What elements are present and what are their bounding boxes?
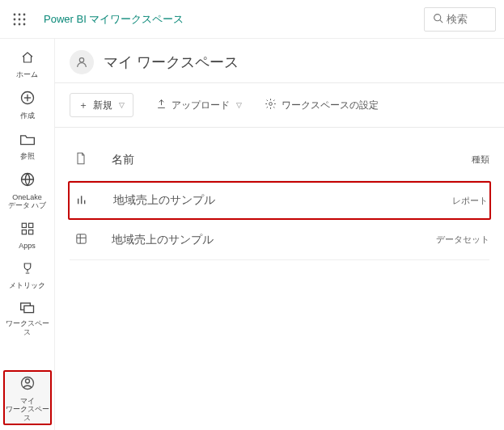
trophy-icon: [20, 261, 35, 280]
workspaces-icon: [19, 301, 36, 318]
svg-point-4: [19, 18, 21, 20]
svg-rect-15: [22, 223, 26, 227]
gear-icon: [265, 98, 277, 112]
chevron-down-icon: ▽: [119, 101, 125, 109]
onelake-icon: [19, 171, 36, 192]
svg-point-0: [14, 13, 16, 15]
rail-metric-label: メトリック: [9, 281, 45, 289]
rail-create-label: 作成: [20, 112, 35, 120]
search-input[interactable]: [447, 13, 487, 25]
dataset-icon: [70, 233, 92, 247]
svg-point-6: [14, 23, 16, 25]
svg-point-7: [19, 23, 21, 25]
chevron-down-icon: ▽: [236, 101, 242, 109]
rail-workspaces[interactable]: ワークスペース: [3, 294, 52, 341]
settings-label: ワークスペースの設定: [282, 99, 379, 112]
svg-rect-20: [23, 306, 33, 313]
list-item-dataset[interactable]: 地域売上のサンプル データセット: [70, 220, 489, 260]
upload-icon: [156, 99, 167, 112]
svg-point-2: [23, 13, 26, 15]
apps-icon: [20, 221, 35, 240]
rail-onelake-label: OneLakeデータ ハブ: [8, 193, 47, 210]
rail-home-label: ホーム: [16, 70, 38, 78]
brand-link[interactable]: Power BI マイワークスペース: [44, 12, 184, 27]
rail-metric[interactable]: メトリック: [3, 255, 52, 294]
rail-onelake[interactable]: OneLakeデータ ハブ: [3, 165, 52, 215]
svg-rect-16: [28, 223, 32, 227]
workspace-header: マイ ワークスペース: [55, 39, 504, 83]
plus-icon: ＋: [78, 99, 88, 112]
folder-icon: [19, 132, 36, 150]
svg-point-24: [269, 103, 273, 106]
rail-create[interactable]: 作成: [3, 83, 52, 124]
svg-point-9: [434, 14, 441, 20]
svg-point-3: [14, 18, 16, 20]
svg-rect-28: [76, 234, 85, 242]
new-button[interactable]: ＋ 新規 ▽: [70, 93, 133, 117]
home-icon: [20, 50, 35, 69]
rail-browse[interactable]: 参照: [3, 125, 52, 165]
search-icon: [433, 13, 443, 26]
svg-rect-18: [28, 230, 32, 234]
svg-point-5: [23, 18, 26, 20]
list-item-report[interactable]: 地域売上のサンプル レポート: [68, 181, 491, 220]
svg-point-8: [23, 23, 26, 25]
item-name: 地域売上のサンプル: [94, 193, 431, 208]
rail-apps[interactable]: Apps: [3, 215, 52, 255]
upload-button[interactable]: アップロード ▽: [156, 99, 242, 112]
item-type: レポート: [431, 195, 488, 207]
rail-browse-label: 参照: [20, 152, 35, 160]
rail-apps-label: Apps: [19, 242, 36, 250]
svg-point-23: [79, 58, 83, 62]
item-name: 地域売上のサンプル: [92, 233, 433, 247]
rail-my-workspace[interactable]: マイワークスペース: [3, 370, 52, 425]
column-type[interactable]: 種類: [433, 154, 489, 166]
plus-circle-icon: [19, 90, 36, 110]
file-icon: [70, 152, 92, 167]
page-title: マイ ワークスペース: [104, 53, 239, 72]
workspace-settings-button[interactable]: ワークスペースの設定: [265, 98, 379, 112]
upload-label: アップロード: [172, 99, 230, 112]
svg-line-10: [440, 19, 443, 22]
person-circle-icon: [19, 375, 36, 395]
rail-my-workspace-label: マイワークスペース: [5, 397, 50, 422]
app-launcher-icon[interactable]: [8, 8, 31, 31]
svg-rect-17: [22, 230, 26, 234]
report-icon: [71, 194, 94, 208]
svg-point-22: [25, 379, 29, 383]
rail-workspaces-label: ワークスペース: [3, 319, 52, 336]
new-button-label: 新規: [93, 99, 112, 112]
list-header: 名前 種類: [70, 139, 489, 181]
rail-home[interactable]: ホーム: [3, 44, 52, 83]
search-box[interactable]: [424, 7, 496, 32]
svg-point-1: [19, 13, 21, 15]
avatar: [70, 50, 94, 74]
item-type: データセット: [433, 234, 489, 246]
column-name[interactable]: 名前: [92, 153, 433, 167]
